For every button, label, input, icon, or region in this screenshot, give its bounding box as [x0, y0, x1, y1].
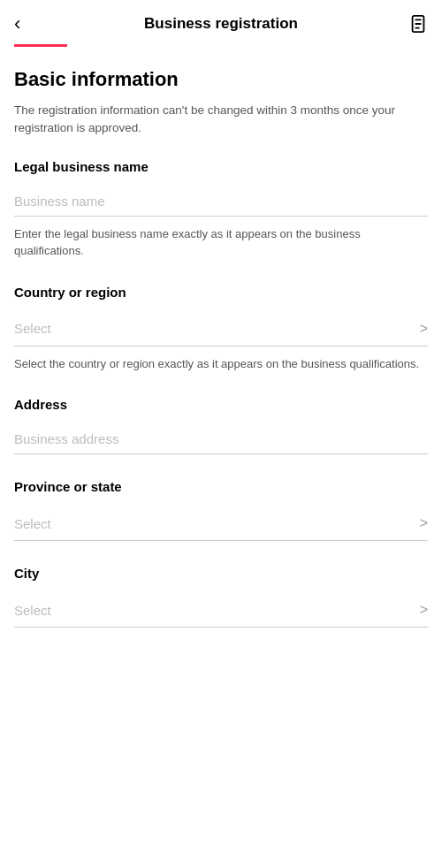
business-name-input[interactable] — [14, 187, 428, 217]
field-label-province-state: Province or state — [14, 479, 428, 494]
country-region-select-text: Select — [14, 321, 51, 336]
chevron-right-icon-province: > — [420, 515, 428, 531]
province-state-select-text: Select — [14, 516, 51, 531]
field-group-province-state: Province or state Select > — [14, 479, 428, 541]
field-label-city: City — [14, 566, 428, 581]
back-button[interactable]: ‹ — [14, 12, 42, 35]
chevron-right-icon: > — [420, 321, 428, 337]
document-icon[interactable] — [400, 14, 428, 34]
city-select-text: Select — [14, 603, 51, 618]
field-label-country-region: Country or region — [14, 285, 428, 300]
address-input[interactable] — [14, 424, 428, 454]
field-input-wrapper-legal-business-name — [14, 187, 428, 217]
province-state-select[interactable]: Select > — [14, 506, 428, 541]
page-title: Business registration — [42, 15, 400, 33]
field-hint-country-region: Select the country or region exactly as … — [14, 355, 428, 373]
section-title: Basic information — [14, 68, 428, 91]
header: ‹ Business registration — [0, 0, 442, 35]
field-input-wrapper-address — [14, 424, 428, 454]
field-label-legal-business-name: Legal business name — [14, 159, 428, 174]
country-region-select[interactable]: Select > — [14, 312, 428, 346]
field-group-legal-business-name: Legal business name Enter the legal busi… — [14, 159, 428, 260]
field-label-address: Address — [14, 397, 428, 412]
field-group-address: Address — [14, 397, 428, 454]
field-group-country-region: Country or region Select > Select the co… — [14, 285, 428, 373]
field-group-city: City Select > — [14, 566, 428, 628]
field-hint-legal-business-name: Enter the legal business name exactly as… — [14, 225, 428, 260]
section-description: The registration information can't be ch… — [14, 102, 428, 138]
city-select[interactable]: Select > — [14, 593, 428, 628]
chevron-right-icon-city: > — [420, 602, 428, 618]
content-area: Basic information The registration infor… — [0, 47, 442, 674]
